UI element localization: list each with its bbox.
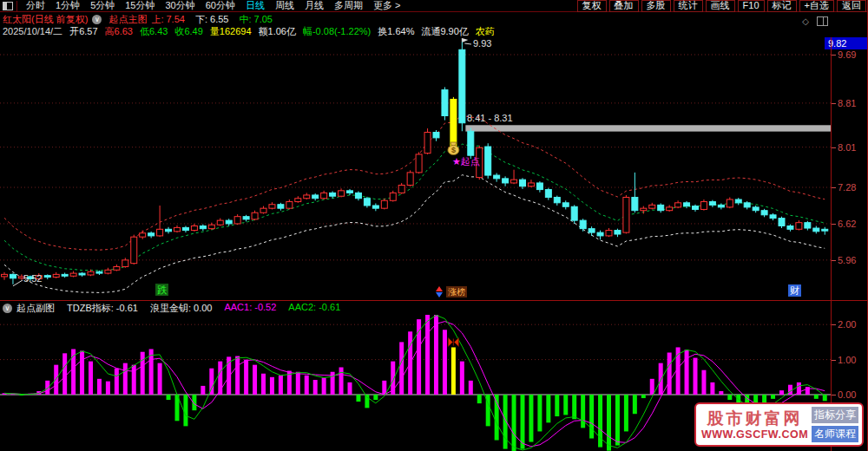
divider [16, 1, 17, 11]
chevron-down-circle-icon[interactable]: ∨ [3, 304, 12, 313]
money-bag-icon: $ [448, 142, 459, 155]
indicator-axis-label: 0.00 [838, 389, 867, 400]
toolbar-buttons: 复权叠加多股统计画线F10标记+自选返回 [575, 0, 866, 12]
watermark-badge-course: 名师课程 [812, 426, 858, 442]
start-signal-label: ★起点 [452, 155, 480, 168]
quote-field: 换1.64% [378, 25, 414, 38]
price-axis-line [831, 37, 832, 451]
button-标记[interactable]: 标记 [767, 0, 797, 12]
watermark-badge-share: 指标分享 [812, 407, 858, 423]
axis-tick [832, 360, 836, 361]
period-30分钟[interactable]: 30分钟 [166, 0, 195, 12]
button-画线[interactable]: 画线 [706, 0, 735, 12]
period-月线[interactable]: 月线 [305, 0, 324, 12]
metric: 中: 7.05 [239, 13, 273, 26]
main-chart[interactable]: $ 9.82 9.93 8.41 - 8.31 5.52 ★起点 跌 涨榜 财 … [0, 37, 868, 300]
window-split-icon[interactable] [3, 2, 13, 10]
watermark-url: WWW.GSCFW.COM [698, 428, 812, 441]
indicator-axis-label: 1.00 [838, 355, 867, 365]
sub-chart-header: ∨ 起点副图 TDZB指标: -0.61浪里金钥: 0.00AAC1: -0.5… [0, 300, 868, 315]
price-axis-label: 5.96 [838, 255, 867, 265]
quote-field: 量162694 [210, 25, 252, 38]
period-分时[interactable]: 分时 [26, 0, 45, 12]
period-15分钟[interactable]: 15分钟 [125, 0, 155, 12]
indicator-axis-label: 2.00 [838, 319, 867, 330]
metric: 下: 6.55 [195, 13, 229, 26]
button-叠加[interactable]: 叠加 [609, 0, 639, 12]
button-复权[interactable]: 复权 [577, 0, 607, 12]
price-axis-label: 8.01 [838, 142, 867, 153]
axis-tick [832, 147, 836, 148]
panel-metrics: 上: 7.54下: 6.55中: 7.05 [151, 13, 283, 26]
quote-fields: 开6.57高6.63低6.43收6.49量162694额1.06亿幅-0.08(… [69, 25, 502, 38]
band-range-annotation: 8.41 - 8.31 [467, 113, 513, 123]
main-chart-canvas[interactable]: $ [0, 37, 832, 300]
quote-date: 2025/10/14/二 [3, 25, 62, 38]
price-axis-label: 9.69 [838, 49, 867, 60]
rank-badge[interactable]: 涨榜 [446, 286, 467, 297]
quote-field: 流通9.90亿 [421, 25, 468, 38]
metric: 上: 7.54 [151, 13, 185, 26]
quote-field: 高6.63 [105, 25, 133, 38]
axis-tick [832, 103, 836, 104]
period-5分钟[interactable]: 5分钟 [90, 0, 115, 12]
indicator-values: TDZB指标: -0.61浪里金钥: 0.00AAC1: -0.52AAC2: … [67, 302, 352, 315]
axis-tick [832, 55, 836, 56]
watermark: 股市财富网 WWW.GSCFW.COM 指标分享 名师课程 [694, 402, 864, 447]
diamond-icon[interactable]: ◇ [802, 17, 809, 26]
axis-tick [832, 187, 836, 188]
up-down-arrows-icon[interactable] [436, 286, 443, 297]
button-统计[interactable]: 统计 [674, 0, 703, 12]
quote-field: 额1.06亿 [259, 25, 296, 38]
period-60分钟[interactable]: 60分钟 [206, 0, 235, 12]
axis-tick [832, 324, 836, 325]
price-axis-label: 7.28 [838, 182, 867, 193]
button-多股[interactable]: 多股 [641, 0, 671, 12]
quote-field: 收6.49 [174, 25, 202, 38]
sub-panel-name[interactable]: 起点副图 [16, 302, 55, 315]
quote-field: 开6.57 [69, 25, 97, 38]
button-+自选[interactable]: +自选 [799, 0, 834, 12]
price-axis-label: 6.62 [838, 219, 867, 229]
axis-tick [832, 395, 836, 395]
price-axis-label: 8.81 [838, 98, 867, 108]
info-bar: 红太阳(日线 前复权) ∨ 起点主图 上: 7.54下: 6.55中: 7.05… [0, 13, 868, 25]
indicator-value: AAC2: -0.61 [288, 302, 340, 315]
quote-bar: 2025/10/14/二 开6.57高6.63低6.43收6.49量162694… [0, 25, 868, 37]
period-周线[interactable]: 周线 [275, 0, 294, 12]
indicator-value: AAC1: -0.52 [224, 302, 276, 315]
top-menu-bar: 分时1分钟5分钟15分钟30分钟60分钟日线周线月线多周期更多 > 复权叠加多股… [0, 0, 868, 12]
button-返回[interactable]: 返回 [837, 0, 866, 12]
chevron-down-circle-icon[interactable]: ∨ [92, 15, 102, 24]
button-F10[interactable]: F10 [738, 0, 765, 12]
trading-terminal: 分时1分钟5分钟15分钟30分钟60分钟日线周线月线多周期更多 > 复权叠加多股… [0, 0, 868, 451]
arrow-down-icon [436, 292, 443, 297]
menu-more[interactable]: 更多 > [373, 0, 400, 12]
peak-price-annotation: 9.93 [473, 38, 491, 49]
quote-field: 幅-0.08(-1.22%) [303, 25, 371, 38]
fall-badge[interactable]: 跌 [155, 284, 168, 296]
watermark-badges: 指标分享 名师课程 [812, 407, 858, 442]
period-日线[interactable]: 日线 [246, 0, 265, 12]
quote-field: 低6.43 [140, 25, 168, 38]
period-多周期[interactable]: 多周期 [334, 0, 363, 12]
main-panel-name[interactable]: 起点主图 [108, 13, 147, 26]
fortune-badge[interactable]: 财 [788, 284, 801, 297]
quote-field: 农药 [476, 25, 495, 38]
period-menu: 分时1分钟5分钟15分钟30分钟60分钟日线周线月线多周期更多 > [21, 0, 405, 12]
axis-tick [832, 260, 836, 261]
indicator-value: TDZB指标: -0.61 [67, 302, 138, 315]
period-1分钟[interactable]: 1分钟 [56, 0, 80, 12]
svg-text:$: $ [451, 146, 456, 154]
arrow-up-icon [436, 286, 443, 291]
watermark-text: 股市财富网 WWW.GSCFW.COM [698, 409, 812, 441]
indicator-value: 浪里金钥: 0.00 [150, 302, 213, 315]
axis-tick [832, 224, 836, 225]
stock-title: 红太阳(日线 前复权) [3, 13, 88, 26]
low-price-annotation: 5.52 [23, 273, 42, 284]
butterfly-icon [448, 337, 458, 346]
watermark-title: 股市财富网 [698, 409, 812, 428]
